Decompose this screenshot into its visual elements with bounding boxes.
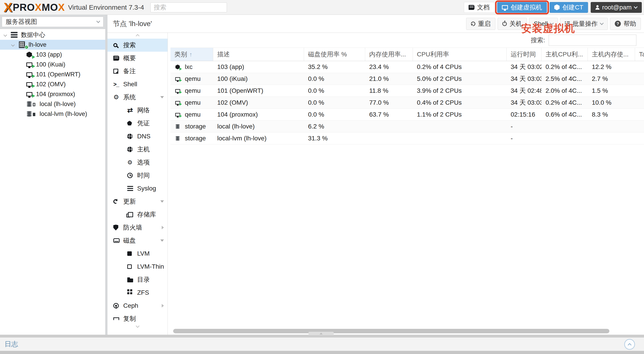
- column-header-type[interactable]: 类别↑: [170, 48, 213, 61]
- tree-item-vm-102[interactable]: 102 (OMV): [0, 79, 105, 89]
- cube-icon: [554, 4, 560, 10]
- expand-log-button[interactable]: [624, 339, 635, 350]
- collapse-arrow-icon[interactable]: [160, 200, 164, 203]
- menu-item-repositories[interactable]: 存储库: [108, 208, 168, 221]
- table-row[interactable]: qemu 100 (iKuai) 0.0 % 21.0 % 5.0% of 2 …: [170, 73, 644, 85]
- tree-item-vm-103[interactable]: 103 (app): [0, 50, 105, 59]
- table-row[interactable]: lxc 103 (app) 35.2 % 23.4 % 0.2% of 4 CP…: [170, 61, 644, 73]
- menu-item-updates[interactable]: 更新: [108, 195, 168, 208]
- tree-item-vm-101[interactable]: 101 (OpenWRT): [0, 69, 105, 79]
- square-outline-icon: [127, 264, 132, 269]
- table-row[interactable]: qemu 101 (OpenWRT) 0.0 % 11.8 % 3.9% of …: [170, 85, 644, 97]
- menu-item-firewall[interactable]: 防火墙: [108, 221, 168, 234]
- storage-icon: [27, 111, 32, 113]
- qemu-icon: [26, 82, 32, 86]
- menu-item-directory[interactable]: 目录: [108, 273, 168, 286]
- copy-icon: [126, 214, 130, 217]
- collapse-arrow-icon[interactable]: [160, 239, 164, 242]
- storage-icon: [27, 101, 32, 103]
- grid-search-input[interactable]: [549, 35, 636, 46]
- menu-item-options[interactable]: ⚙ 选项: [108, 156, 168, 169]
- horizontal-scrollbar[interactable]: [173, 329, 609, 333]
- globe-icon: [127, 134, 133, 139]
- column-header-mem-usage[interactable]: 内存使用率...: [365, 48, 413, 61]
- chevron-down-icon: [136, 324, 140, 328]
- expander-icon[interactable]: [11, 43, 15, 46]
- menu-item-ceph[interactable]: Ceph: [108, 299, 168, 312]
- menu-item-certificates[interactable]: 凭证: [108, 117, 168, 130]
- globe-icon: [127, 147, 133, 152]
- list-icon: [127, 186, 133, 191]
- tree-item-node-lh-love[interactable]: ✓ lh-love: [0, 40, 105, 50]
- table-row[interactable]: qemu 104 (proxmox) 0.0 % 63.7 % 1.1% of …: [170, 109, 644, 121]
- create-vm-button[interactable]: 创建虚拟机: [497, 2, 547, 13]
- menu-item-dns[interactable]: DNS: [108, 130, 168, 143]
- menu-item-shell[interactable]: >_ Shell: [108, 78, 168, 91]
- tree-item-storage-local-lvm[interactable]: local-lvm (lh-love): [0, 109, 105, 119]
- certificate-icon: [127, 121, 132, 126]
- user-menu-button[interactable]: root@pam: [591, 2, 642, 13]
- tree-item-vm-100[interactable]: 100 (iKuai): [0, 59, 105, 69]
- collapse-arrow-icon[interactable]: [160, 96, 164, 98]
- documentation-button[interactable]: 文档: [464, 2, 494, 13]
- menu-item-lvm-thin[interactable]: LVM-Thin: [108, 260, 168, 273]
- qemu-icon: [26, 62, 32, 67]
- restart-button[interactable]: 重启: [466, 18, 495, 30]
- book-icon: [468, 5, 474, 10]
- table-row[interactable]: storage local (lh-love) 6.2 % -: [170, 121, 644, 133]
- menu-item-notes[interactable]: 备注: [108, 65, 168, 78]
- running-icon: [32, 74, 35, 78]
- menu-item-zfs[interactable]: ZFS: [108, 286, 168, 299]
- exchange-icon: ⇄: [127, 107, 133, 114]
- menu-scroll-up[interactable]: [108, 33, 168, 39]
- column-header-tags[interactable]: Ta: [635, 48, 644, 61]
- menu-item-disks[interactable]: 磁盘: [108, 234, 168, 247]
- expand-arrow-icon[interactable]: [162, 226, 164, 229]
- menu-item-system[interactable]: ⚙ 系统: [108, 91, 168, 104]
- column-header-disk-usage[interactable]: 磁盘使用率 %: [304, 48, 365, 61]
- column-header-uptime[interactable]: 运行时间: [506, 48, 542, 61]
- tree-item-storage-local[interactable]: local (lh-love): [0, 99, 105, 109]
- column-header-host-cpu[interactable]: 主机CPU利...: [542, 48, 588, 61]
- menu-item-hosts[interactable]: 主机: [108, 143, 168, 156]
- menu-scroll-down[interactable]: [108, 322, 168, 335]
- table-row[interactable]: qemu 102 (OMV) 0.0 % 77.0 % 0.4% of 2 CP…: [170, 97, 644, 109]
- menu-item-replication[interactable]: 复制: [108, 312, 168, 322]
- menu-item-time[interactable]: 时间: [108, 169, 168, 182]
- log-tab[interactable]: 日志: [4, 340, 18, 349]
- menu-item-syslog[interactable]: Syslog: [108, 182, 168, 195]
- node-menu: 搜索 概要 备注 >_ Shell ⚙ 系统 ⇄ 网络: [108, 33, 168, 335]
- menu-item-lvm[interactable]: LVM: [108, 247, 168, 260]
- tree-item-datacenter[interactable]: 数据中心: [0, 30, 105, 40]
- folder-icon: [127, 279, 133, 282]
- splitter-handle[interactable]: [308, 332, 334, 335]
- chevron-down-icon: [96, 19, 100, 23]
- tree-item-vm-104[interactable]: 104 (proxmox): [0, 89, 105, 99]
- storage-type-icon: [33, 113, 35, 116]
- expander-icon[interactable]: [4, 33, 7, 37]
- column-header-description[interactable]: 描述: [213, 48, 304, 61]
- note-icon: [113, 69, 118, 74]
- menu-item-network[interactable]: ⇄ 网络: [108, 104, 168, 117]
- user-icon: [596, 5, 600, 10]
- storage-icon: [176, 124, 180, 126]
- running-icon: [180, 115, 182, 118]
- running-icon: [32, 84, 35, 88]
- menu-item-summary[interactable]: 概要: [108, 52, 168, 65]
- power-icon: [502, 21, 507, 26]
- expand-arrow-icon[interactable]: [162, 304, 164, 308]
- hdd-icon: [113, 238, 120, 243]
- menu-item-search[interactable]: 搜索: [108, 39, 168, 52]
- column-header-host-mem[interactable]: 主机内存使...: [588, 48, 635, 61]
- storage-type-icon: [33, 103, 35, 106]
- create-ct-button[interactable]: 创建CT: [550, 2, 588, 13]
- qemu-icon: [26, 72, 32, 77]
- column-header-cpu-usage[interactable]: CPU利用率: [413, 48, 506, 61]
- node-icon: [19, 41, 25, 48]
- help-button[interactable]: ? 帮助: [610, 18, 641, 30]
- chevron-down-icon: [600, 21, 604, 25]
- view-selector[interactable]: 服务器视图: [2, 17, 104, 27]
- install-vm-annotation: 安装虚拟机: [521, 21, 575, 35]
- global-search-input[interactable]: [150, 2, 227, 12]
- table-row[interactable]: storage local-lvm (lh-love) 31.3 % -: [170, 133, 644, 145]
